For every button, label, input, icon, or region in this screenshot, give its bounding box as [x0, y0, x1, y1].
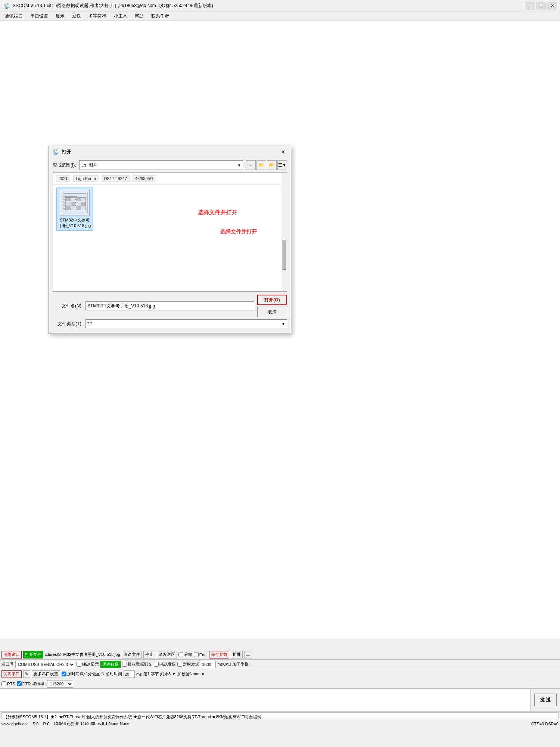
hex-send-label: HEX发送 — [154, 661, 176, 667]
menu-item-send[interactable]: 发送 — [69, 12, 84, 21]
filename-row: 文件名(N): 打开(O) 取消 — [53, 295, 287, 317]
baud-label: 波特率: — [32, 681, 46, 686]
menu-item-multistr[interactable]: 多字符串 — [85, 12, 110, 21]
open-button[interactable]: 打开(O) — [257, 295, 287, 305]
minus-button[interactable]: — — [244, 651, 252, 658]
folder-item-2021[interactable]: 2021 — [56, 175, 70, 182]
hex-send-checkbox[interactable] — [154, 662, 159, 667]
rts-label: RTS — [1, 681, 15, 686]
dialog-close-button[interactable]: ✕ — [279, 148, 288, 156]
clear-window-button[interactable]: 清除窗口 — [1, 651, 22, 658]
location-dropdown[interactable]: 🗂 图片 ▼ — [79, 160, 243, 170]
folder-item-dk17[interactable]: DK17 49247 — [102, 175, 130, 182]
menu-item-help[interactable]: 帮助 — [131, 12, 147, 21]
dtr-label: DTR — [17, 681, 31, 686]
more-settings-button[interactable]: 更多串口设置 — [32, 670, 60, 678]
timeout-unit: ms — [136, 672, 142, 676]
cts-dsr-label: CTS=0 DSR=0 — [531, 722, 559, 726]
dialog-form: 文件名(N): 打开(O) 取消 文件类型(T): *.* ▼ — [49, 292, 291, 334]
menu-item-display[interactable]: 显示 — [52, 12, 68, 21]
recv-file-label: 接收数据到文 — [122, 661, 152, 667]
timeout-label: 超时时间 — [106, 671, 122, 677]
checksum-arrow-icon: ▼ — [201, 672, 205, 676]
view-icon: ☰▼ — [278, 162, 287, 168]
send-button[interactable]: 发 送 — [534, 694, 557, 706]
checksum-label: 加校验None — [177, 671, 199, 677]
folder-item-48[interactable]: 48/9805/1 — [133, 175, 156, 182]
port-label: 端口号 — [1, 661, 14, 667]
status-bar: www.daxia.cor S:0 R:0 COM6 已打开 115200bps… — [0, 720, 560, 727]
open-file-button[interactable]: 打开文件 — [23, 651, 43, 658]
refresh-button[interactable]: ↻ — [23, 670, 30, 678]
dtr-checkbox[interactable] — [17, 681, 22, 686]
rts-checkbox[interactable] — [1, 681, 6, 686]
maximize-button[interactable]: □ — [536, 2, 546, 10]
file-browser-top-row: 2021 LightRoom DK17 49247 48/9805/1 — [53, 173, 287, 185]
ticker-bar: 【升级到SSCOM5.13.1】★2. ★RT-Thread中国人的开源免费操作… — [1, 712, 559, 719]
minimize-button[interactable]: ─ — [525, 2, 535, 10]
menu-item-contact[interactable]: 联系作者 — [148, 12, 172, 21]
save-param-button[interactable]: 保存参数 — [209, 651, 229, 658]
dialog-buttons: 打开(O) 取消 — [257, 295, 287, 317]
nav-view-button[interactable]: ☰▼ — [277, 160, 287, 170]
folder-icon: 🗂 — [81, 162, 86, 168]
dialog-toolbar: 查找范围(I): 🗂 图片 ▼ ← 📁 📂 ☰▼ — [49, 158, 291, 172]
english-checkbox[interactable] — [194, 652, 199, 657]
nav-new-folder-button[interactable]: 📂 — [267, 160, 277, 170]
toolbar-row-4: RTS DTR 波特率: 115200 — [0, 679, 560, 689]
file-item-stm32[interactable]: STM32中文参考手册_V10 518.jpg — [56, 187, 93, 231]
add-time-text: 加时间戳和分包显示 — [67, 671, 104, 677]
new-folder-icon: 📂 — [269, 162, 275, 168]
folder-item-lightroom[interactable]: LightRoom — [73, 175, 98, 182]
nav-back-button[interactable]: ← — [246, 160, 256, 170]
dialog-title: 打开 — [62, 149, 279, 155]
expand-button[interactable]: 扩展 — [231, 651, 243, 658]
app-icon: 📡 — [3, 2, 10, 9]
title-bar: 📡 SSCOM V5.13.1 串口/网络数据调试器,作者:大虾丁丁,26180… — [0, 0, 560, 12]
filetype-label: 文件类型(T): — [53, 321, 83, 327]
file-browser-scrollbar[interactable] — [281, 173, 287, 291]
filename-label: 文件名(N): — [53, 303, 83, 309]
filetype-arrow-icon: ▼ — [281, 322, 285, 326]
recv-file-checkbox[interactable] — [122, 662, 127, 667]
disconnect-button[interactable]: 关闭串口 — [1, 670, 22, 678]
filetype-select[interactable]: *.* ▼ — [85, 319, 287, 328]
menu-item-tools[interactable]: 小工具 — [111, 12, 131, 21]
dropdown-arrow-icon: ▼ — [237, 163, 241, 167]
send-input[interactable] — [0, 689, 530, 711]
scrollbar-thumb[interactable] — [282, 240, 286, 270]
first-checkbox[interactable] — [178, 652, 183, 657]
stop-button[interactable]: 停止 — [143, 651, 155, 658]
english-checkbox-label: Engl — [194, 652, 208, 657]
menu-item-serial[interactable]: 串口设置 — [27, 12, 52, 21]
nav-up-button[interactable]: 📁 — [256, 160, 266, 170]
baud-select[interactable]: 115200 — [47, 680, 73, 688]
timeout-input[interactable] — [124, 670, 135, 678]
add-time-label: 加时间戳和分包显示 — [62, 671, 104, 677]
file-grid: STM32中文参考手册_V10 518.jpg — [53, 185, 287, 292]
dtr-text: DTR — [22, 682, 31, 686]
r0-label: R:0 — [43, 722, 49, 726]
timed-send-checkbox[interactable] — [177, 662, 182, 667]
file-path-display: ictures\STM32中文参考手册_V10 518.jpg — [45, 652, 120, 657]
close-button[interactable]: ✕ — [547, 2, 557, 10]
s0-label: S:0 — [32, 722, 39, 726]
save-data-button[interactable]: 保存数据 — [100, 661, 121, 668]
interval-input[interactable] — [201, 661, 216, 668]
dialog-icon: 📡 — [52, 148, 59, 155]
menu-item-comm[interactable]: 通讯端口 — [1, 12, 26, 21]
port-select[interactable]: COM6 USB-SERIAL CH340 — [15, 661, 75, 668]
file-thumbnail — [60, 190, 90, 216]
clear-send-button[interactable]: 清发送区 — [157, 651, 177, 658]
timed-send-text: 定时发送 — [183, 661, 199, 667]
hex-display-checkbox[interactable] — [77, 662, 81, 667]
add-time-checkbox[interactable] — [62, 672, 66, 676]
send-area: 发 送 — [0, 689, 560, 712]
toolbar-row-2: 端口号 COM6 USB-SERIAL CH340 HEX显示 保存数据 接收数… — [0, 660, 560, 669]
filename-input[interactable] — [85, 301, 254, 310]
send-file-button[interactable]: 发送文件 — [122, 651, 142, 658]
dialog-title-bar: 📡 打开 ✕ — [49, 146, 291, 158]
rts-text: RTS — [7, 682, 15, 686]
app-title: SSCOM V5.13.1 串口/网络数据调试器,作者:大虾丁丁,2618058… — [13, 3, 525, 9]
cancel-button[interactable]: 取消 — [257, 307, 287, 317]
